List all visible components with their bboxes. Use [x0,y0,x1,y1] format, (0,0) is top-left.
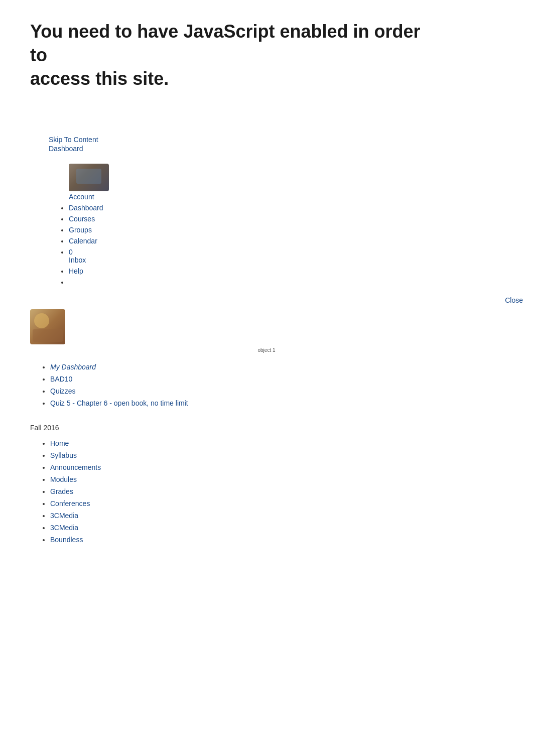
global-nav: Account Dashboard Courses Groups Calenda… [0,159,533,296]
course-nav-item-quiz5: Quiz 5 - Chapter 6 - open book, no time … [50,399,503,407]
nav-item-empty [69,278,484,288]
semester-label: Fall 2016 [0,416,533,437]
nav-item-courses: Courses [69,215,484,223]
nav-link-calendar[interactable]: Calendar [69,237,97,245]
nav-item-dashboard: Dashboard [69,204,484,212]
nav-link-courses[interactable]: Courses [69,215,95,223]
dashboard-link[interactable]: Dashboard [49,145,484,153]
course-detail-item-modules: Modules [50,475,503,483]
course-detail-link-boundless[interactable]: Boundless [50,536,83,544]
course-nav-item-my-dashboard: My Dashboard [50,363,503,371]
course-detail-link-grades[interactable]: Grades [50,487,73,495]
nav-item-groups: Groups [69,226,484,234]
course-detail-link-conferences[interactable]: Conferences [50,499,90,508]
course-nav-item-quizzes: Quizzes [50,387,503,395]
close-button[interactable]: Close [505,296,523,304]
course-nav-item-bad10: BAD10 [50,375,503,383]
course-detail-item-home: Home [50,439,503,447]
course-detail-link-3cmedia-1[interactable]: 3CMedia [50,512,78,520]
nav-link-dashboard[interactable]: Dashboard [69,204,103,212]
close-row: Close [0,296,533,304]
nav-item-help: Help [69,267,484,275]
account-avatar [69,164,109,191]
course-detail-item-boundless: Boundless [50,536,503,544]
skip-to-content-link[interactable]: Skip To Content [49,136,484,144]
nav-link-groups[interactable]: Groups [69,226,92,234]
course-nav-link-bad10[interactable]: BAD10 [50,375,72,383]
nav-item-inbox: 0 Inbox [69,248,484,264]
course-nav-link-quizzes[interactable]: Quizzes [50,387,76,395]
course-detail-link-syllabus[interactable]: Syllabus [50,451,77,459]
course-detail-link-announcements[interactable]: Announcements [50,463,101,471]
course-detail-item-syllabus: Syllabus [50,451,503,459]
nav-link-help[interactable]: Help [69,267,83,275]
user-section: object 1 [0,304,533,358]
account-link[interactable]: Account [69,193,94,201]
course-nav-link-my-dashboard[interactable]: My Dashboard [50,363,96,371]
course-nav-link-quiz5[interactable]: Quiz 5 - Chapter 6 - open book, no time … [50,399,188,407]
course-detail-nav: Home Syllabus Announcements Modules Grad… [0,437,533,550]
top-nav: Skip To Content Dashboard [0,105,533,159]
user-avatar [30,309,65,344]
course-detail-item-grades: Grades [50,487,503,495]
course-detail-item-3cmedia-1: 3CMedia [50,512,503,520]
user-label: object 1 [30,347,503,353]
nav-link-inbox[interactable]: Inbox [69,256,86,264]
nav-item-calendar: Calendar [69,237,484,245]
course-detail-link-home[interactable]: Home [50,439,69,447]
inbox-count: 0 [69,248,73,256]
course-detail-item-conferences: Conferences [50,499,503,508]
account-nav-item: Account [69,164,484,201]
course-detail-link-3cmedia-2[interactable]: 3CMedia [50,524,78,532]
course-nav: My Dashboard BAD10 Quizzes Quiz 5 - Chap… [0,358,533,416]
course-detail-link-modules[interactable]: Modules [50,475,77,483]
course-detail-item-3cmedia-2: 3CMedia [50,524,503,532]
main-heading: You need to have JavaScript enabled in o… [0,0,452,105]
course-detail-item-announcements: Announcements [50,463,503,471]
